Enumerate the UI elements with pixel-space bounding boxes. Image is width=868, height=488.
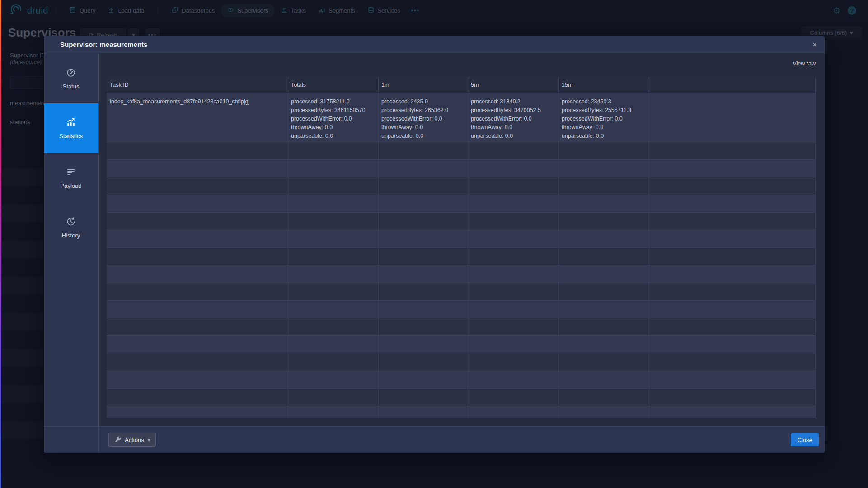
actions-button[interactable]: Actions ▾ <box>108 433 156 447</box>
empty-table-row <box>107 195 816 213</box>
sidebar-divider <box>98 53 99 453</box>
dialog-footer: Actions ▾ Close <box>44 426 825 453</box>
totals-stats-cell: processed: 31758211.0processedBytes: 346… <box>288 93 378 142</box>
empty-table-row <box>107 142 816 160</box>
column-divider <box>558 77 559 418</box>
tab-label: Payload <box>61 182 82 189</box>
empty-table-row <box>107 301 816 318</box>
empty-table-row <box>107 160 816 177</box>
table-right-border <box>815 77 816 418</box>
column-divider <box>288 77 288 418</box>
tab-history[interactable]: History <box>44 203 98 252</box>
tab-label: Statistics <box>59 133 83 139</box>
empty-table-row <box>107 353 816 371</box>
column-divider <box>378 77 379 418</box>
column-header-totals: Totals <box>288 77 378 93</box>
druid-console: druid Query Load data Datasources <box>0 0 868 488</box>
15m-stats-cell: processed: 23450.3processedBytes: 255571… <box>558 93 649 142</box>
empty-table-row <box>107 371 816 389</box>
statistics-table: Task ID Totals 1m 5m 15m index_kafka_mea… <box>107 77 816 418</box>
tab-label: History <box>62 232 80 239</box>
dialog-header: Supervisor: measurements × <box>44 36 825 53</box>
text-lines-icon <box>66 167 76 179</box>
empty-table-row <box>107 230 816 248</box>
column-divider <box>468 77 468 418</box>
view-raw-link[interactable]: View raw <box>793 60 816 67</box>
empty-table-row <box>107 283 816 301</box>
empty-table-row <box>107 265 816 283</box>
empty-table-row <box>107 213 816 230</box>
trending-chart-icon <box>66 117 76 129</box>
empty-table-row <box>107 248 816 265</box>
empty-table-row <box>107 177 816 195</box>
close-icon[interactable]: × <box>808 38 821 51</box>
column-header-5m: 5m <box>468 77 558 93</box>
actions-label: Actions <box>125 437 144 443</box>
statistics-panel: View raw Task ID Totals 1m 5m 15m index_… <box>98 53 825 426</box>
wrench-icon <box>114 436 121 444</box>
history-clock-icon <box>66 217 76 228</box>
tab-label: Status <box>63 83 80 90</box>
gauge-dashboard-icon <box>66 68 76 79</box>
table-header-row: Task ID Totals 1m 5m 15m <box>107 77 816 93</box>
supervisor-dialog: Supervisor: measurements × Status <box>44 36 825 453</box>
column-header-empty <box>649 77 816 93</box>
5m-stats-cell: processed: 31840.2processedBytes: 347005… <box>468 93 558 142</box>
caret-down-icon: ▾ <box>148 437 150 443</box>
tab-payload[interactable]: Payload <box>44 153 98 203</box>
empty-table-row <box>107 389 816 406</box>
task-id-cell: index_kafka_measurements_d87fe91423ca010… <box>107 93 288 142</box>
empty-table-row <box>107 406 816 418</box>
column-divider <box>649 77 649 418</box>
empty-cell <box>649 93 816 142</box>
column-header-task-id: Task ID <box>107 77 288 93</box>
tab-status[interactable]: Status <box>44 54 98 103</box>
column-header-15m: 15m <box>558 77 649 93</box>
table-row: index_kafka_measurements_d87fe91423ca010… <box>107 93 816 142</box>
empty-rows <box>107 142 816 418</box>
dialog-title: Supervisor: measurements <box>60 41 147 48</box>
empty-table-row <box>107 336 816 353</box>
column-header-1m: 1m <box>378 77 468 93</box>
screen-edge-gradient <box>0 0 1 488</box>
empty-table-row <box>107 318 816 336</box>
close-button[interactable]: Close <box>791 433 819 446</box>
1m-stats-cell: processed: 2435.0processedBytes: 265362.… <box>378 93 468 142</box>
tab-statistics[interactable]: Statistics <box>44 103 98 153</box>
